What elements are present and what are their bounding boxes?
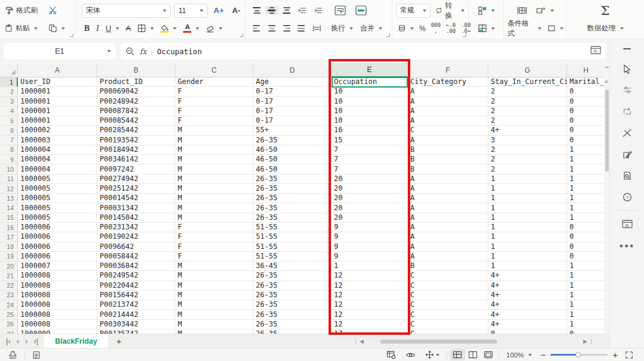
row-header-13[interactable]: 13 — [0, 194, 18, 203]
row-header-16[interactable]: 16 — [0, 223, 18, 232]
zoom-slider-knob[interactable] — [575, 352, 581, 357]
row-header-10[interactable]: 10 — [0, 164, 18, 174]
cell-H12[interactable]: 1 — [567, 184, 604, 194]
cell-A11[interactable]: 1000005 — [18, 175, 97, 184]
cell-A27[interactable]: 1000009 — [18, 329, 97, 334]
cell-A4[interactable]: 1000001 — [18, 107, 97, 116]
document-search-button[interactable] — [610, 165, 644, 186]
cell-A20[interactable]: 1000007 — [18, 262, 97, 271]
cell-A7[interactable]: 1000003 — [18, 136, 97, 145]
cell-G19[interactable]: 1 — [488, 252, 567, 262]
cell-B2[interactable]: P00069042 — [97, 87, 175, 97]
cell-B26[interactable]: P00303442 — [97, 320, 175, 329]
rows-columns-button[interactable] — [475, 23, 497, 34]
cell-C11[interactable]: M — [175, 175, 253, 184]
data-process-button[interactable]: 数据处理 — [585, 22, 626, 35]
cell-F18[interactable]: A — [408, 242, 488, 252]
conditional-format-button[interactable]: 条件格式 — [506, 17, 543, 40]
cell-G13[interactable]: 1 — [488, 194, 567, 203]
cell-H3[interactable]: 0 — [567, 97, 604, 107]
cell-F25[interactable]: C — [408, 310, 488, 319]
sheet-tab-blackfriday[interactable]: BlackFriday — [44, 334, 108, 348]
align-left-button[interactable] — [250, 24, 263, 32]
cell-F7[interactable]: A — [408, 136, 488, 145]
cell-G5[interactable]: 2 — [488, 116, 567, 126]
row-header-6[interactable]: 6 — [0, 126, 18, 135]
zoom-in-button[interactable]: + — [612, 350, 618, 359]
cell-C18[interactable]: F — [175, 242, 253, 252]
fullscreen-button[interactable] — [618, 348, 638, 361]
increase-decimal-button[interactable]: ←.0.00 — [445, 21, 456, 35]
row-header-14[interactable]: 14 — [0, 203, 18, 213]
cell-size-button[interactable] — [547, 24, 564, 32]
sum-icon[interactable]: Σ — [601, 4, 610, 18]
zoom-slider-track[interactable] — [550, 354, 608, 356]
cell-C10[interactable]: M — [175, 164, 253, 174]
cell-A2[interactable]: 1000001 — [18, 87, 97, 97]
cell-F14[interactable]: A — [408, 203, 488, 213]
cell-C21[interactable]: M — [175, 271, 253, 281]
row-header-2[interactable]: 2 — [0, 87, 18, 97]
currency-format-button[interactable] — [397, 23, 414, 34]
cell-H4[interactable]: 0 — [567, 107, 604, 116]
cell-A21[interactable]: 1000008 — [18, 271, 97, 281]
cell-G16[interactable]: 1 — [488, 223, 567, 232]
cell-B1[interactable]: Product_ID — [97, 77, 175, 87]
cell-C2[interactable]: F — [175, 87, 253, 97]
cell-style-button[interactable] — [536, 6, 554, 15]
cell-B4[interactable]: P00087842 — [97, 107, 175, 116]
copy-button[interactable] — [46, 23, 67, 34]
cell-H5[interactable]: 0 — [567, 116, 604, 126]
convert-button[interactable]: 转换 — [434, 0, 466, 22]
row-header-9[interactable]: 9 — [0, 155, 18, 164]
cell-D20[interactable]: 36-45 — [253, 262, 332, 271]
cell-B27[interactable]: P00135742 — [97, 329, 175, 334]
cell-C14[interactable]: M — [175, 203, 253, 213]
cell-C3[interactable]: F — [175, 97, 253, 107]
adjust-settings-button[interactable] — [610, 79, 644, 101]
cell-C8[interactable]: M — [175, 145, 253, 155]
cell-A24[interactable]: 1000008 — [18, 300, 97, 310]
clipboard-group-expander[interactable] — [70, 33, 73, 37]
cell-B16[interactable]: P00231342 — [97, 223, 175, 232]
cell-A14[interactable]: 1000005 — [18, 203, 97, 213]
number-group-expander[interactable] — [463, 33, 466, 37]
last-sheet-button[interactable]: ›| — [33, 337, 38, 345]
name-box[interactable]: E1 — [4, 43, 116, 60]
row-header-7[interactable]: 7 — [0, 136, 18, 145]
cell-F12[interactable]: A — [408, 184, 488, 194]
cell-G21[interactable]: 4+ — [488, 271, 567, 281]
cell-D2[interactable]: 0-17 — [253, 87, 332, 97]
cell-G10[interactable]: 2 — [488, 164, 567, 174]
table-style-icon[interactable] — [516, 6, 528, 15]
cell-D3[interactable]: 0-17 — [253, 97, 332, 107]
cell-H16[interactable]: 0 — [567, 223, 604, 232]
insert-cells-button[interactable] — [475, 5, 497, 16]
row-header-12[interactable]: 12 — [0, 184, 18, 194]
handwrite-button[interactable] — [610, 144, 644, 165]
row-header-24[interactable]: 24 — [0, 300, 18, 310]
cell-D8[interactable]: 46-50 — [253, 145, 332, 155]
cell-C20[interactable]: M — [175, 262, 253, 271]
select-all-corner[interactable] — [0, 63, 18, 77]
collapse-ribbon-button[interactable] — [610, 40, 644, 58]
cell-G8[interactable]: 2 — [488, 145, 567, 155]
cell-B15[interactable]: P00145042 — [97, 213, 175, 223]
row-header-3[interactable]: 3 — [0, 97, 18, 107]
cell-C5[interactable]: F — [175, 116, 253, 126]
cell-G6[interactable]: 4+ — [488, 126, 567, 135]
cell-D9[interactable]: 46-50 — [253, 155, 332, 164]
cell-D21[interactable]: 26-35 — [253, 271, 332, 281]
select-tool-button[interactable] — [610, 58, 644, 79]
document-outline-button[interactable] — [27, 348, 45, 361]
cell-B17[interactable]: P00190242 — [97, 232, 175, 242]
cell-F27[interactable]: C — [408, 329, 488, 334]
row-header-26[interactable]: 26 — [0, 320, 18, 329]
row-header-5[interactable]: 5 — [0, 116, 18, 126]
cell-G25[interactable]: 4+ — [488, 310, 567, 319]
first-sheet-button[interactable]: |‹ — [6, 337, 11, 345]
cell-D22[interactable]: 26-35 — [253, 281, 332, 291]
distributed-button[interactable] — [310, 23, 324, 33]
cell-F21[interactable]: C — [408, 271, 488, 281]
cell-C9[interactable]: M — [175, 155, 253, 164]
